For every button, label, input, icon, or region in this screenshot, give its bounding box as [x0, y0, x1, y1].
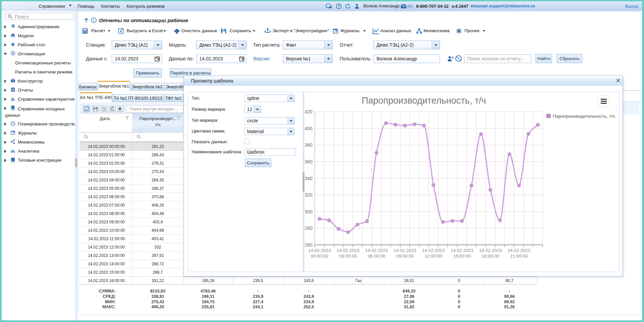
svg-text:21:00:00: 21:00:00 [510, 254, 528, 259]
svg-text:12:00:00: 12:00:00 [425, 254, 442, 259]
svg-text:14.02.2023: 14.02.2023 [394, 248, 416, 253]
svg-text:X: X [120, 29, 122, 33]
svg-text:14.02.2023: 14.02.2023 [337, 248, 359, 253]
svg-text:14.02.2023: 14.02.2023 [508, 248, 531, 253]
svg-text:Паропроизводительность, т/ч: Паропроизводительность, т/ч [553, 114, 615, 119]
svg-text:380: 380 [305, 142, 313, 148]
svg-text:00:00:00: 00:00:00 [311, 254, 329, 259]
svg-text:15:00:00: 15:00:00 [453, 254, 471, 259]
svg-text:06:00:00: 06:00:00 [368, 254, 386, 259]
svg-text:260: 260 [305, 242, 313, 248]
svg-text:03:00:00: 03:00:00 [339, 254, 357, 259]
svg-text:$: $ [12, 52, 14, 55]
svg-text:Паропроизводительность, т/ч: Паропроизводительность, т/ч [362, 96, 486, 106]
svg-text:14.02.2023: 14.02.2023 [308, 248, 331, 253]
svg-text:360: 360 [305, 159, 313, 164]
svg-text:09:00:00: 09:00:00 [396, 254, 414, 259]
svg-text:14.02.2023: 14.02.2023 [365, 248, 388, 253]
svg-text:14.02.2023: 14.02.2023 [479, 248, 502, 253]
svg-text:300: 300 [305, 209, 313, 214]
svg-text:18:00:00: 18:00:00 [482, 254, 499, 259]
svg-text:?: ? [338, 4, 340, 8]
svg-text:420: 420 [305, 109, 313, 114]
svg-text:14.02.2023: 14.02.2023 [422, 248, 445, 253]
svg-text:14.02.2023: 14.02.2023 [451, 248, 474, 253]
svg-text:340: 340 [305, 176, 313, 181]
svg-text:400: 400 [305, 126, 313, 131]
svg-text:x: x [86, 108, 88, 111]
svg-text:320: 320 [305, 192, 313, 198]
svg-text:280: 280 [305, 225, 313, 231]
